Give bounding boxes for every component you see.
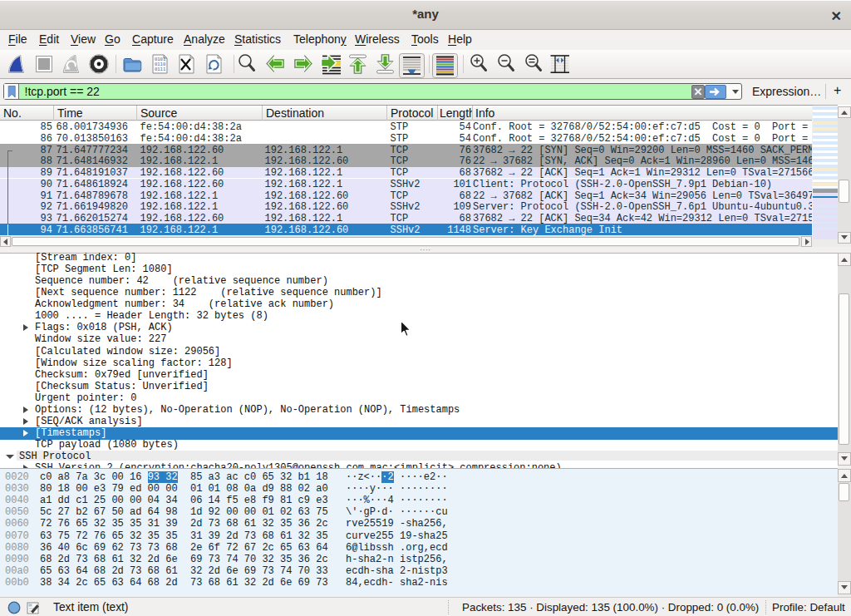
svg-text:0111: 0111 [155, 67, 165, 71]
